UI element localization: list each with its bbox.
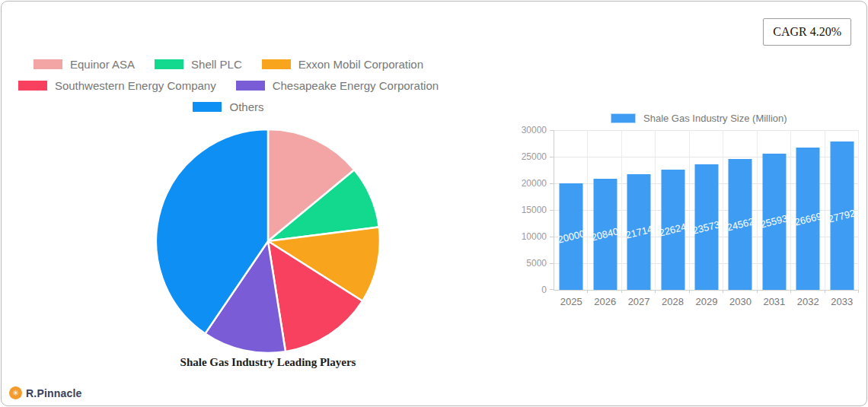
report-card: CAGR 4.20% Equinor ASAShell PLCExxon Mob…: [1, 1, 867, 406]
bar-column-2027: 217142027: [622, 130, 656, 290]
pie-legend-item-others[interactable]: Others: [193, 100, 263, 113]
legend-swatch: [262, 59, 291, 69]
legend-label: Southwestern Energy Company: [55, 79, 216, 92]
pie-legend-row: Others: [183, 100, 273, 113]
y-axis-label: 10000: [501, 231, 547, 242]
bar-2026[interactable]: 20840: [593, 179, 617, 290]
y-axis-label: 15000: [501, 205, 547, 215]
x-axis-label: 2029: [690, 296, 723, 307]
x-axis-label: 2030: [723, 296, 757, 307]
pie-legend-item-chesapeake-energy-corporation[interactable]: Chesapeake Energy Corporation: [236, 79, 439, 92]
legend-swatch: [193, 102, 222, 112]
bar-2032[interactable]: 26669: [796, 148, 820, 290]
bar-value-label: 27792: [827, 207, 857, 224]
bar-2033[interactable]: 27792: [830, 141, 854, 290]
legend-label: Exxon Mobil Corporation: [298, 58, 423, 71]
pie-legend-item-southwestern-energy-company[interactable]: Southwestern Energy Company: [18, 79, 216, 92]
x-axis-label: 2032: [791, 296, 825, 307]
pie-legend-item-shell-plc[interactable]: Shell PLC: [155, 58, 242, 71]
bar-value-label: 24562: [726, 215, 755, 233]
x-axis-tick: [587, 290, 588, 293]
bar-value-label: 25593: [760, 213, 790, 231]
bar-legend-item[interactable]: Shale Gas Industry Size (Million): [611, 113, 787, 124]
y-axis-label: 25000: [501, 151, 547, 162]
bar-2028[interactable]: 22624: [661, 170, 685, 290]
legend-label: Equinor ASA: [70, 58, 135, 71]
bar-legend-label: Shale Gas Industry Size (Million): [643, 113, 787, 124]
bar-value-label: 21714: [624, 223, 654, 240]
bar-2025[interactable]: 20000: [560, 183, 583, 290]
x-axis-label: 2033: [825, 296, 859, 307]
legend-label: Others: [229, 100, 263, 113]
cagr-badge: CAGR 4.20%: [763, 18, 851, 46]
x-axis-tick: [621, 290, 622, 293]
x-axis-label: 2027: [622, 296, 656, 307]
pie-chart-title: Shale Gas Industry Leading Players: [78, 356, 458, 369]
y-axis-label: 20000: [501, 178, 547, 189]
bar-column-2026: 208402026: [588, 130, 621, 290]
legend-label: Chesapeake Energy Corporation: [273, 79, 439, 92]
x-axis-label: 2028: [656, 296, 689, 307]
y-axis-label: 30000: [501, 125, 547, 135]
pie-legend-row: Southwestern Energy CompanyChesapeake En…: [8, 79, 448, 92]
bar-column-2031: 255932031: [758, 130, 791, 290]
bar-2030[interactable]: 24562: [729, 159, 752, 290]
bar-chart: Shale Gas Industry Size (Million) 050001…: [527, 110, 868, 310]
legend-swatch: [155, 59, 183, 69]
bar-value-label: 23573: [692, 218, 722, 236]
legend-swatch: [18, 81, 47, 91]
bar-2029[interactable]: 23573: [694, 164, 718, 290]
bar-2027[interactable]: 21714: [627, 174, 651, 290]
bar-column-2032: 266692032: [791, 130, 825, 290]
brand-logo-text: R.Pinnacle: [26, 387, 82, 399]
x-axis-tick: [790, 290, 791, 293]
legend-swatch: [236, 81, 265, 91]
x-axis-label: 2026: [588, 296, 621, 307]
y-axis-label: 0: [501, 285, 547, 295]
x-axis-tick: [655, 290, 656, 293]
bar-value-label: 20000: [557, 227, 586, 245]
x-axis-tick: [689, 290, 690, 293]
x-axis-label: 2031: [758, 296, 791, 307]
bar-2031[interactable]: 25593: [762, 154, 786, 290]
pie-legend: Equinor ASAShell PLCExxon Mobil Corporat…: [35, 58, 422, 122]
pie-legend-item-equinor-asa[interactable]: Equinor ASA: [34, 58, 135, 71]
bar-legend-swatch: [611, 113, 636, 123]
brand-logo: ✳ R.Pinnacle: [9, 386, 82, 399]
bar-column-2025: 200002025: [554, 130, 588, 290]
x-axis-tick: [858, 290, 859, 293]
bar-value-label: 22624: [658, 221, 688, 238]
bar-column-2029: 235732029: [690, 130, 723, 290]
bar-value-label: 20840: [590, 225, 620, 243]
x-axis-label: 2025: [554, 296, 588, 307]
bar-plot-area: 0500010000150002000025000300002000020252…: [554, 130, 858, 291]
bar-column-2030: 245622030: [723, 130, 757, 290]
bar-column-2028: 226242028: [656, 130, 689, 290]
x-axis-tick: [825, 290, 825, 293]
pie-chart: [154, 127, 382, 355]
pie-legend-row: Equinor ASAShell PLCExxon Mobil Corporat…: [24, 58, 433, 71]
bar-value-label: 26669: [793, 210, 823, 227]
legend-swatch: [34, 59, 62, 69]
pinnacle-logo-icon: ✳: [9, 386, 22, 399]
x-axis-tick: [723, 290, 723, 293]
bar-column-2033: 277922033: [825, 130, 859, 290]
legend-label: Shell PLC: [191, 58, 242, 71]
x-axis-tick: [757, 290, 758, 293]
y-axis-label: 5000: [501, 258, 547, 269]
pie-legend-item-exxon-mobil-corporation[interactable]: Exxon Mobil Corporation: [262, 58, 423, 71]
